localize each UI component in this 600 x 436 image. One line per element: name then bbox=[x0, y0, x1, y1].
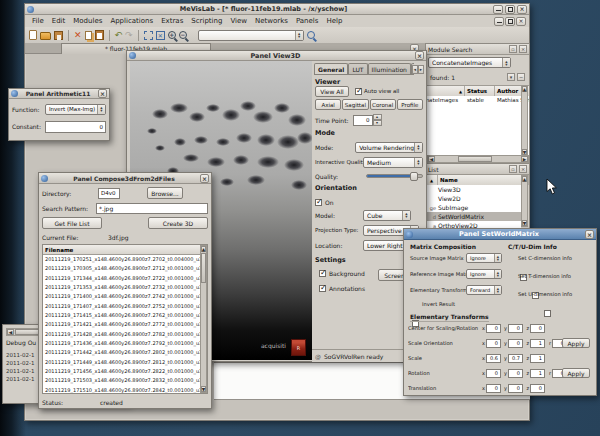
reference-matrix-combobox[interactable]: Ignore ▴▾ bbox=[466, 269, 502, 279]
combo-arrows-icon[interactable]: ▴▾ bbox=[494, 254, 501, 262]
copy-icon[interactable] bbox=[85, 31, 92, 40]
combo-arrows-icon[interactable]: ▴▾ bbox=[414, 143, 422, 152]
apply-button[interactable]: Apply bbox=[562, 368, 590, 378]
save-icon[interactable] bbox=[54, 31, 63, 40]
file-list-vscrollbar[interactable]: ▲ ▼ bbox=[200, 245, 207, 393]
quality-slider[interactable] bbox=[366, 174, 423, 178]
get-file-list-button[interactable]: Get File List bbox=[42, 217, 102, 229]
file-row[interactable]: 20111219_171353_x148.4600y26.8900z7.2732… bbox=[43, 283, 207, 292]
redo-icon[interactable]: ↷ bbox=[125, 30, 133, 40]
float-panel-icon[interactable]: ▫ bbox=[509, 45, 517, 53]
close-panel-icon[interactable]: × bbox=[519, 45, 527, 53]
axis-x-field[interactable]: 0 bbox=[486, 339, 501, 348]
set-u-dimension-checkbox[interactable] bbox=[544, 310, 551, 317]
paste-icon[interactable] bbox=[95, 30, 104, 40]
auto-view-all-checkbox[interactable] bbox=[355, 88, 362, 95]
close-icon[interactable]: × bbox=[200, 174, 209, 183]
menu-edit[interactable]: Edit bbox=[48, 16, 70, 26]
module-list-header[interactable]: List ▫ × bbox=[426, 164, 529, 175]
sort-column[interactable]: ▲ bbox=[426, 175, 438, 185]
file-row[interactable]: 20111219_170305_x148.4600y26.8900z7.2712… bbox=[43, 264, 207, 273]
combo-arrows-icon[interactable]: ▴▾ bbox=[97, 105, 105, 114]
result-row[interactable]: ConcatenateImages stable Mathias Schluet… bbox=[427, 96, 529, 104]
axis-z-field[interactable]: 0 bbox=[530, 384, 545, 393]
menu-file[interactable]: File bbox=[28, 16, 48, 26]
combo-arrows-icon[interactable]: ▴▾ bbox=[494, 270, 501, 278]
tab-general[interactable]: General bbox=[314, 63, 348, 74]
file-row[interactable]: 20111219_171428_x148.4600y26.8900z7.2782… bbox=[43, 330, 207, 339]
close-icon[interactable]: × bbox=[585, 230, 594, 239]
source-matrix-combobox[interactable]: Ignore ▴▾ bbox=[466, 253, 502, 263]
combo-arrows-icon[interactable]: ▴▾ bbox=[295, 31, 303, 40]
file-row[interactable]: 20111219_171400_x148.4600y26.8900z7.2742… bbox=[43, 292, 207, 301]
sagittal-button[interactable]: Sagittal bbox=[342, 99, 368, 110]
view3d-titlebar[interactable]: Panel View3D × bbox=[127, 51, 426, 61]
zoom-in-icon[interactable]: + bbox=[168, 31, 176, 39]
axis-y-field[interactable]: 0 bbox=[508, 369, 523, 378]
profile-button[interactable]: Profile bbox=[397, 99, 423, 110]
file-row[interactable]: 20111219_171407_x148.4600y26.8900z7.2752… bbox=[43, 302, 207, 311]
file-row[interactable]: 20111219_170251_x148.4600y26.8900z7.2702… bbox=[43, 255, 207, 264]
results-vscrollbar[interactable]: ▲ ▼ bbox=[521, 85, 528, 156]
file-row[interactable]: 20111219_171442_x148.4600y26.8900z7.2802… bbox=[43, 348, 207, 357]
axial-button[interactable]: Axial bbox=[315, 99, 341, 110]
module-list-row-view3d[interactable]: View3D bbox=[426, 185, 521, 194]
browse-button[interactable]: Browse... bbox=[147, 187, 183, 199]
open-icon[interactable] bbox=[40, 32, 51, 40]
file-row[interactable]: 20111219_171436_x148.4600y26.8900z7.2792… bbox=[43, 339, 207, 348]
menu-panels[interactable]: Panels bbox=[292, 16, 323, 26]
menu-extras[interactable]: Extras bbox=[157, 16, 187, 26]
elementary-transforms-combobox[interactable]: Forward ▴▾ bbox=[466, 285, 502, 295]
select-all-icon[interactable] bbox=[144, 31, 153, 40]
menu-view[interactable]: View bbox=[226, 16, 251, 26]
axis-x-field[interactable]: 0 bbox=[486, 324, 501, 333]
background-checkbox[interactable] bbox=[319, 270, 326, 277]
axis-y-field[interactable]: 0 bbox=[508, 339, 523, 348]
tab-scroll-right-icon[interactable]: ▸ bbox=[418, 65, 424, 74]
axis-z-field[interactable]: 1 bbox=[530, 369, 545, 378]
module-search-combobox[interactable]: ConcatenateImages ▴▾ bbox=[428, 57, 511, 68]
float-panel-icon[interactable]: ▫ bbox=[509, 165, 517, 173]
module-list-row-orthoview2d[interactable]: aOrthoView2D bbox=[426, 221, 521, 228]
module-list-row-subimage[interactable]: geSubImage bbox=[426, 203, 521, 212]
mdi-close-button[interactable]: × bbox=[516, 17, 526, 26]
time-point-field[interactable]: 0 bbox=[353, 115, 373, 126]
column-status[interactable]: Status bbox=[465, 86, 495, 96]
model-combobox[interactable]: Cube ▴▾ bbox=[363, 210, 411, 221]
menu-applications[interactable]: Applications bbox=[106, 16, 157, 26]
axis-z-field[interactable]: 1 bbox=[530, 354, 545, 363]
results-hscrollbar[interactable]: ◀ ▶ bbox=[427, 155, 529, 163]
mdi-restore-button[interactable] bbox=[505, 17, 515, 26]
axis-x-field[interactable]: 0 bbox=[486, 384, 501, 393]
combo-arrows-icon[interactable]: ▴▾ bbox=[414, 158, 422, 167]
fit-view-icon[interactable]: ✕ bbox=[156, 31, 165, 40]
results-dropdown-icon[interactable]: ▾ bbox=[507, 73, 515, 81]
debug-tab-label[interactable]: Debug Ou bbox=[6, 339, 36, 346]
column-name[interactable]: Name bbox=[438, 175, 529, 185]
axis-z-field[interactable]: 1 bbox=[530, 339, 545, 348]
search-pattern-input[interactable]: *.jpg bbox=[96, 203, 208, 214]
module-search-header[interactable]: Module Search ▫ × bbox=[426, 44, 529, 55]
zoom-out-icon[interactable]: − bbox=[179, 31, 187, 39]
close-icon[interactable]: × bbox=[98, 89, 107, 98]
setworldmatrix-titlebar[interactable]: Panel SetWorldMatrix × bbox=[404, 229, 596, 240]
axis-y-field[interactable]: 0 bbox=[508, 384, 523, 393]
time-point-stepper[interactable]: ▴▾ bbox=[373, 114, 382, 125]
compose-titlebar[interactable]: Panel Compose3dFrom2dFiles × bbox=[39, 173, 211, 184]
menu-help[interactable]: Help bbox=[322, 16, 346, 26]
combo-arrows-icon[interactable]: ▴▾ bbox=[494, 286, 501, 294]
file-row[interactable]: 20111219_171456_x148.4600y26.8900z7.2822… bbox=[43, 367, 207, 376]
file-row[interactable]: 20111219_171421_x148.4600y26.8900z7.2772… bbox=[43, 320, 207, 329]
mdi-minimize-button[interactable] bbox=[494, 17, 504, 26]
tab-illumination[interactable]: Illumination bbox=[368, 63, 411, 74]
orientation-on-checkbox[interactable] bbox=[315, 199, 322, 206]
view-all-button[interactable]: View All bbox=[315, 86, 349, 97]
axis-x-field[interactable]: 0.6 bbox=[486, 354, 501, 363]
file-row[interactable]: 20111219_171503_x148.4600y26.8900z7.2832… bbox=[43, 376, 207, 385]
axis-y-field[interactable]: 0.7 bbox=[508, 354, 523, 363]
main-titlebar[interactable]: MeVisLab - [* fluor-11feb19.mlab - /x/ys… bbox=[25, 4, 529, 15]
directory-field[interactable]: D4v0 bbox=[98, 188, 120, 199]
create-3d-button[interactable]: Create 3D bbox=[148, 217, 208, 229]
constant-field[interactable]: 0 bbox=[45, 121, 106, 133]
column-name[interactable]: Name▲ bbox=[427, 86, 465, 96]
